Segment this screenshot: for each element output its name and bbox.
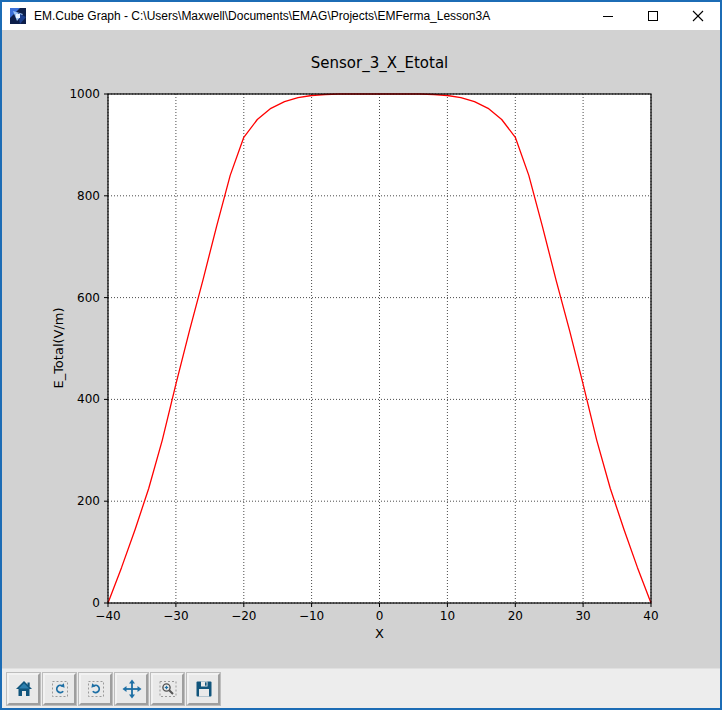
plot-svg[interactable]: −40−30−20−1001020304002004006008001000 [108,94,651,603]
x-axis-label: X [108,626,651,641]
zoom-magnifier-icon [157,678,179,700]
home-button[interactable] [7,673,40,705]
forward-arrow-icon [85,678,107,700]
svg-text:−40: −40 [95,609,120,623]
window-controls [585,2,720,30]
window-title: EM.Cube Graph - C:\Users\Maxwell\Documen… [34,9,585,23]
y-tick-labels: 02004006008001000 [69,87,100,610]
back-arrow-icon [49,678,71,700]
pan-button[interactable] [115,673,148,705]
svg-text:200: 200 [77,494,100,508]
back-button[interactable] [43,673,76,705]
svg-text:0: 0 [92,596,100,610]
svg-text:30: 30 [575,609,590,623]
minimize-icon [602,10,614,22]
app-window: EM.Cube Graph - C:\Users\Maxwell\Documen… [0,0,722,710]
svg-text:600: 600 [77,291,100,305]
close-icon [692,10,704,22]
y-axis-label: E_Total(V/m) [51,307,66,388]
figure-canvas[interactable]: Sensor_3_X_Etotal E_Total(V/m) X −40−30−… [2,30,720,668]
zoom-rect-button[interactable] [151,673,184,705]
svg-text:−30: −30 [163,609,188,623]
svg-text:10: 10 [440,609,455,623]
forward-button[interactable] [79,673,112,705]
chart-title: Sensor_3_X_Etotal [108,54,651,72]
close-button[interactable] [675,2,720,30]
svg-text:−20: −20 [231,609,256,623]
save-floppy-icon [193,678,215,700]
x-tick-labels: −40−30−20−10010203040 [95,609,658,623]
svg-text:−10: −10 [299,609,324,623]
svg-text:800: 800 [77,189,100,203]
maximize-button[interactable] [630,2,675,30]
navigation-toolbar [2,668,720,708]
svg-text:400: 400 [77,392,100,406]
home-icon [13,678,35,700]
app-icon [10,8,26,24]
svg-text:40: 40 [643,609,658,623]
svg-text:0: 0 [376,609,384,623]
svg-text:1000: 1000 [69,87,100,101]
title-bar[interactable]: EM.Cube Graph - C:\Users\Maxwell\Documen… [2,2,720,30]
pan-move-icon [121,678,143,700]
minimize-button[interactable] [585,2,630,30]
svg-text:20: 20 [508,609,523,623]
save-button[interactable] [187,673,220,705]
maximize-icon [647,10,659,22]
